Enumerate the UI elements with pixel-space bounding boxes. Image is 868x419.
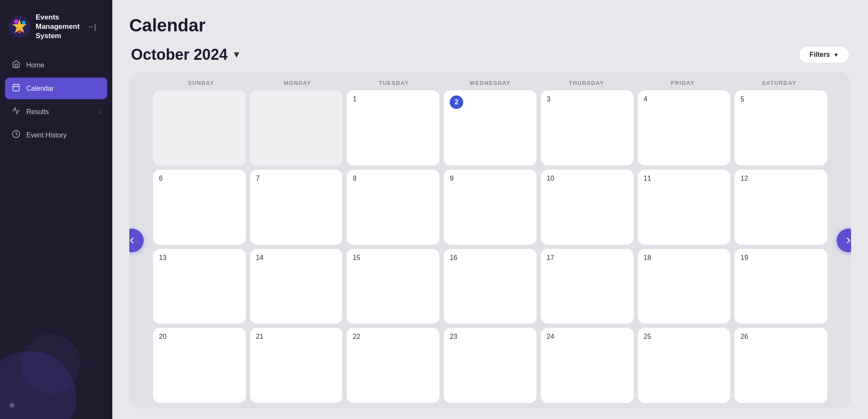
calendar-icon xyxy=(12,83,20,94)
settings-icon[interactable]: ✳ xyxy=(8,400,16,411)
month-label: October 2024 xyxy=(131,46,228,64)
day-header-sunday: SUNDAY xyxy=(153,80,249,86)
app-logo-icon xyxy=(8,16,31,38)
calendar-cell-4[interactable]: 4 xyxy=(638,90,731,165)
calendar-cell-26[interactable]: 26 xyxy=(734,328,827,403)
svg-point-4 xyxy=(18,30,21,34)
calendar-cell-16[interactable]: 16 xyxy=(444,249,537,324)
calendar-cell-7[interactable]: 7 xyxy=(250,170,343,245)
cell-date-9: 9 xyxy=(450,175,531,182)
cell-date-25: 25 xyxy=(644,333,725,341)
sidebar-item-home-label: Home xyxy=(26,61,45,69)
calendar-grid: 1234567891011121314151617181920212223242… xyxy=(153,90,827,409)
collapse-icon[interactable]: →| xyxy=(86,22,96,31)
day-header-monday: MONDAY xyxy=(249,80,345,86)
cell-date-12: 12 xyxy=(740,175,821,182)
calendar-cell-1[interactable]: 1 xyxy=(347,90,440,165)
day-header-thursday: THURSDAY xyxy=(538,80,634,86)
cell-date-8: 8 xyxy=(353,175,434,182)
event-history-icon xyxy=(12,130,20,140)
calendar-cell-12[interactable]: 12 xyxy=(734,170,827,245)
calendar-cell-17[interactable]: 17 xyxy=(541,249,634,324)
cell-date-10: 10 xyxy=(547,175,628,182)
sidebar-logo-area: Events Management System →| xyxy=(0,0,112,51)
calendar-cell-11[interactable]: 11 xyxy=(638,170,731,245)
day-header-tuesday: TUESDAY xyxy=(346,80,442,86)
cell-date-20: 20 xyxy=(159,333,240,341)
sidebar-item-calendar-label: Calendar xyxy=(26,85,54,92)
sidebar-item-event-history[interactable]: Event History xyxy=(5,124,107,146)
calendar-cell-25[interactable]: 25 xyxy=(638,328,731,403)
sidebar-item-results-label: Results xyxy=(26,108,49,116)
calendar-inner: SUNDAYMONDAYTUESDAYWEDNESDAYTHURSDAYFRID… xyxy=(129,72,851,409)
cell-date-19: 19 xyxy=(740,254,821,262)
cell-date-11: 11 xyxy=(644,175,725,182)
calendar-cell-22[interactable]: 22 xyxy=(347,328,440,403)
day-header-friday: FRIDAY xyxy=(634,80,731,86)
cell-date-13: 13 xyxy=(159,254,240,262)
sidebar-logo-text: Events Management System xyxy=(36,13,80,41)
calendar-cell-24[interactable]: 24 xyxy=(541,328,634,403)
cell-date-2: 2 xyxy=(450,95,463,109)
results-icon xyxy=(12,106,20,117)
cell-date-4: 4 xyxy=(644,95,725,103)
month-title[interactable]: October 2024 ▼ xyxy=(131,46,241,64)
sidebar-item-results[interactable]: Results › xyxy=(5,101,107,123)
cell-date-5: 5 xyxy=(740,95,821,103)
calendar-header: October 2024 ▼ Filters ▼ xyxy=(129,46,851,64)
cell-date-26: 26 xyxy=(740,333,821,341)
calendar-cell-18[interactable]: 18 xyxy=(638,249,731,324)
filters-label: Filters xyxy=(810,51,830,59)
cell-date-17: 17 xyxy=(547,254,628,262)
cell-date-15: 15 xyxy=(353,254,434,262)
cell-date-21: 21 xyxy=(256,333,337,341)
home-icon xyxy=(12,60,20,70)
calendar-cell-5[interactable]: 5 xyxy=(734,90,827,165)
calendar-cell-14[interactable]: 14 xyxy=(250,249,343,324)
day-header-saturday: SATURDAY xyxy=(731,80,827,86)
cell-date-7: 7 xyxy=(256,175,337,182)
main-content: Calendar October 2024 ▼ Filters ▼ SUNDAY… xyxy=(112,0,868,419)
cell-date-14: 14 xyxy=(256,254,337,262)
svg-point-3 xyxy=(22,21,25,24)
cell-date-18: 18 xyxy=(644,254,725,262)
svg-rect-5 xyxy=(13,85,19,91)
calendar-cell-2[interactable]: 2 xyxy=(444,90,537,165)
calendar-cell-3[interactable]: 3 xyxy=(541,90,634,165)
calendar-cell-19[interactable]: 19 xyxy=(734,249,827,324)
calendar-cell-21[interactable]: 21 xyxy=(250,328,343,403)
calendar-cell-9[interactable]: 9 xyxy=(444,170,537,245)
svg-point-2 xyxy=(14,20,18,24)
calendar-cell-13[interactable]: 13 xyxy=(153,249,246,324)
day-header-wednesday: WEDNESDAY xyxy=(442,80,538,86)
sidebar: Events Management System →| Home Calenda… xyxy=(0,0,112,419)
sidebar-bottom: ✳ xyxy=(0,394,112,419)
cell-date-6: 6 xyxy=(159,175,240,182)
cell-date-22: 22 xyxy=(353,333,434,341)
filters-button[interactable]: Filters ▼ xyxy=(799,46,849,63)
page-title: Calendar xyxy=(129,15,851,36)
calendar-container: SUNDAYMONDAYTUESDAYWEDNESDAYTHURSDAYFRID… xyxy=(129,72,851,409)
month-dropdown-arrow-icon: ▼ xyxy=(232,49,241,60)
filters-arrow-icon: ▼ xyxy=(833,52,839,58)
cell-date-23: 23 xyxy=(450,333,531,341)
calendar-cell-15[interactable]: 15 xyxy=(347,249,440,324)
calendar-cell-empty-0-1 xyxy=(250,90,343,165)
sidebar-item-home[interactable]: Home xyxy=(5,54,107,76)
calendar-cell-empty-0-0 xyxy=(153,90,246,165)
cell-date-16: 16 xyxy=(450,254,531,262)
day-headers: SUNDAYMONDAYTUESDAYWEDNESDAYTHURSDAYFRID… xyxy=(153,72,827,90)
calendar-cell-23[interactable]: 23 xyxy=(444,328,537,403)
sidebar-decoration-circle-2 xyxy=(21,334,81,394)
cell-date-3: 3 xyxy=(547,95,628,103)
calendar-cell-20[interactable]: 20 xyxy=(153,328,246,403)
calendar-cell-10[interactable]: 10 xyxy=(541,170,634,245)
results-arrow-icon: › xyxy=(98,109,100,115)
calendar-cell-8[interactable]: 8 xyxy=(347,170,440,245)
calendar-cell-6[interactable]: 6 xyxy=(153,170,246,245)
sidebar-item-calendar[interactable]: Calendar xyxy=(5,78,107,99)
sidebar-nav: Home Calendar Results › Event History xyxy=(0,51,112,149)
cell-date-1: 1 xyxy=(353,95,434,103)
cell-date-24: 24 xyxy=(547,333,628,341)
sidebar-item-event-history-label: Event History xyxy=(26,131,67,139)
